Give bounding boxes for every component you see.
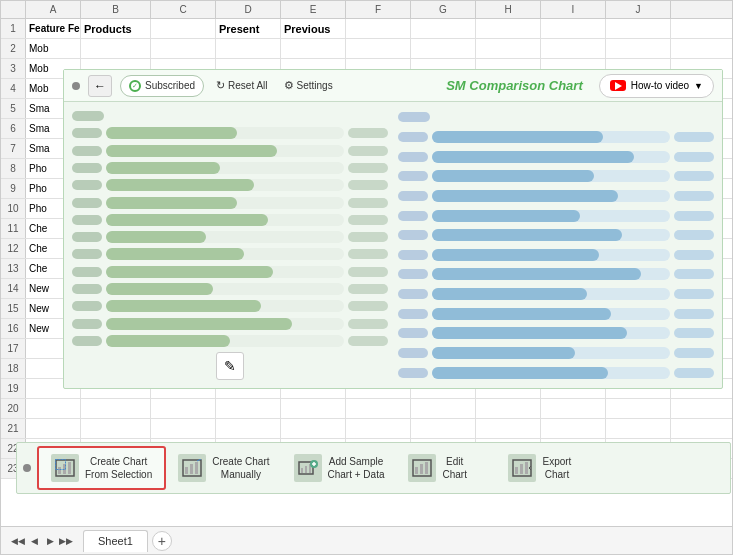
- edit-chart-svg: [412, 459, 432, 477]
- row-1: 1 Feature Feedback Products Present Prev…: [1, 19, 732, 39]
- settings-button[interactable]: ⚙ Settings: [280, 79, 337, 92]
- cell-1d[interactable]: Present: [216, 19, 281, 38]
- label-stub: [72, 319, 102, 329]
- create-manually-label: Create ChartManually: [212, 455, 269, 481]
- label-stub-blue: [398, 112, 430, 122]
- bar-stub-right-blue: [674, 171, 714, 181]
- bar-container: [106, 127, 344, 139]
- panel-drag-dot[interactable]: [72, 82, 80, 90]
- bar-stub-right-blue: [674, 309, 714, 319]
- cell-1g[interactable]: [411, 19, 476, 38]
- bar-stub-right-blue: [674, 289, 714, 299]
- create-from-selection-button[interactable]: Create ChartFrom Selection: [37, 446, 166, 490]
- bar-stub-right-blue: [674, 152, 714, 162]
- add-sample-svg: [298, 459, 318, 477]
- subscribed-icon: ✓: [129, 80, 141, 92]
- bar-stub-right-blue: [674, 250, 714, 260]
- label-stub-blue: [398, 250, 428, 260]
- bar-row-left-6: [72, 214, 388, 226]
- col-header-a[interactable]: A: [26, 1, 81, 18]
- bar-stub-right: [348, 163, 388, 173]
- bottom-toolbar: Create ChartFrom Selection Create ChartM…: [16, 442, 731, 494]
- col-header-b[interactable]: B: [81, 1, 151, 18]
- bar-row-right-3: [398, 169, 714, 184]
- sheet-nav-last[interactable]: ▶▶: [59, 534, 73, 548]
- sheet-nav-next[interactable]: ▶: [43, 534, 57, 548]
- subscribed-button[interactable]: ✓ Subscribed: [120, 75, 204, 97]
- cell-1a[interactable]: Feature Feedback: [26, 19, 81, 38]
- col-header-d[interactable]: D: [216, 1, 281, 18]
- bar-fill-green: [106, 300, 261, 312]
- edit-chart-label: EditChart: [442, 455, 466, 481]
- row-2: 2Mob: [1, 39, 732, 59]
- edit-chart-icon: [408, 454, 436, 482]
- row-20: 20: [1, 399, 732, 419]
- bar-container: [106, 266, 344, 278]
- bar-fill-green: [106, 214, 268, 226]
- bar-row-right-8: [398, 267, 714, 282]
- bar-container: [106, 145, 344, 157]
- svg-rect-7: [190, 464, 193, 474]
- svg-rect-6: [185, 467, 188, 474]
- cell-1b[interactable]: Products: [81, 19, 151, 38]
- svg-rect-22: [515, 467, 518, 474]
- bar-container-blue: [432, 288, 670, 300]
- label-stub: [72, 232, 102, 242]
- bar-fill-green: [106, 162, 220, 174]
- add-sample-button[interactable]: Add SampleChart + Data: [282, 448, 397, 488]
- cell-1h[interactable]: [476, 19, 541, 38]
- reset-all-button[interactable]: ↻ Reset All: [212, 79, 271, 92]
- sheet-tab-sheet1[interactable]: Sheet1: [83, 530, 148, 552]
- bar-row-right-6: [398, 228, 714, 243]
- label-stub: [72, 111, 104, 121]
- youtube-play-icon: [615, 82, 622, 90]
- row-num-1: 1: [1, 19, 26, 38]
- edit-chart-button[interactable]: EditChart: [396, 448, 496, 488]
- row-number-header: [1, 1, 26, 18]
- svg-rect-11: [301, 468, 303, 473]
- cell-1e[interactable]: Previous: [281, 19, 346, 38]
- bar-container-blue: [432, 327, 670, 339]
- bar-fill-green: [106, 145, 277, 157]
- create-manually-button[interactable]: Create ChartManually: [166, 448, 281, 488]
- bar-stub-right: [348, 146, 388, 156]
- bar-container-blue: [432, 268, 670, 280]
- col-header-c[interactable]: C: [151, 1, 216, 18]
- add-sheet-button[interactable]: +: [152, 531, 172, 551]
- cursor-area: ✎: [72, 352, 388, 380]
- cell-1c[interactable]: [151, 19, 216, 38]
- bar-row-right-11: [398, 326, 714, 341]
- col-header-g[interactable]: G: [411, 1, 476, 18]
- panel-back-button[interactable]: ←: [88, 75, 112, 97]
- label-stub-blue: [398, 132, 428, 142]
- cell-1j[interactable]: [606, 19, 671, 38]
- col-header-f[interactable]: F: [346, 1, 411, 18]
- howto-button[interactable]: How-to video ▼: [599, 74, 714, 98]
- bar-container-blue: [432, 190, 670, 202]
- bar-container: [106, 335, 344, 347]
- col-header-h[interactable]: H: [476, 1, 541, 18]
- export-chart-button[interactable]: ExportChart: [496, 448, 596, 488]
- label-stub-blue: [398, 152, 428, 162]
- bar-fill-green: [106, 179, 254, 191]
- bar-container-blue: [432, 229, 670, 241]
- bar-stub-right: [348, 336, 388, 346]
- col-header-i[interactable]: I: [541, 1, 606, 18]
- sheet-nav-prev[interactable]: ◀: [27, 534, 41, 548]
- label-stub-blue: [398, 348, 428, 358]
- cell-1f[interactable]: [346, 19, 411, 38]
- col-header-j[interactable]: J: [606, 1, 671, 18]
- sheet-nav-first[interactable]: ◀◀: [11, 534, 25, 548]
- label-stub: [72, 180, 102, 190]
- add-sample-label: Add SampleChart + Data: [328, 455, 385, 481]
- bar-row-left-13: [72, 335, 388, 347]
- toolbar-drag-dot[interactable]: [23, 464, 31, 472]
- bar-container-blue: [432, 210, 670, 222]
- column-headers: A B C D E F G H I J: [1, 1, 732, 19]
- col-header-e[interactable]: E: [281, 1, 346, 18]
- cell-1i[interactable]: [541, 19, 606, 38]
- export-chart-icon: [508, 454, 536, 482]
- bar-fill-blue: [432, 170, 594, 182]
- bar-row-empty-right: [398, 110, 714, 125]
- bar-fill-blue: [432, 308, 611, 320]
